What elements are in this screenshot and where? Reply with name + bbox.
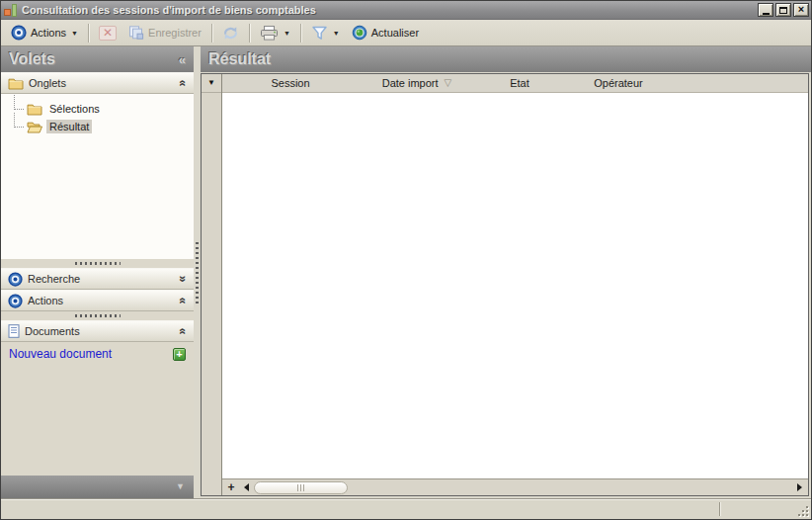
bullseye-icon [8, 272, 23, 287]
save-icon [128, 26, 144, 40]
horizontal-splitter[interactable] [1, 311, 194, 320]
sidebar-title: Volets [9, 50, 55, 68]
row-indicator-column: ▼ [202, 74, 222, 495]
close-icon: × [798, 4, 804, 15]
status-cell-right [720, 499, 811, 519]
section-label-actions: Actions [28, 295, 63, 306]
app-icon-green-bar [12, 4, 17, 17]
section-label-documents: Documents [25, 325, 80, 337]
main-panel-header: Résultat [201, 46, 811, 72]
horizontal-scrollbar-thumb[interactable] [254, 481, 348, 494]
chevron-down-icon: ▼ [284, 30, 290, 37]
horizontal-scrollbar-track[interactable] [348, 481, 792, 494]
column-label: Etat [510, 77, 529, 89]
folder-open-icon [27, 121, 42, 133]
delete-button[interactable]: ✕ [93, 23, 122, 43]
sidebar-empty-area [1, 366, 194, 476]
printer-icon [260, 26, 279, 41]
resize-grip[interactable] [806, 514, 808, 516]
column-header-etat[interactable]: Etat [475, 74, 564, 92]
minimize-button[interactable] [758, 3, 773, 17]
toolbar: Actions ▼ ✕ Enregistrer [1, 20, 811, 46]
status-cell-left [1, 499, 719, 519]
column-label: Date import [382, 77, 439, 89]
results-grid: ▼ Session Date import ▽ Etat [201, 73, 809, 496]
documents-panel: Nouveau document + [1, 342, 194, 366]
title-bar[interactable]: Consultation des sessions d'import de bi… [1, 1, 811, 20]
bullseye-icon [8, 294, 23, 308]
window-title: Consultation des sessions d'import de bi… [22, 4, 758, 16]
grid-selector-button[interactable]: ▼ [202, 74, 221, 93]
horizontal-splitter[interactable] [1, 259, 194, 268]
splitter-grip-icon [196, 242, 199, 303]
tree-item-resultat[interactable]: Résultat [1, 118, 194, 135]
sync-button[interactable] [216, 23, 245, 43]
chevron-double-up-icon[interactable]: « [178, 298, 190, 304]
thumb-grip-icon [300, 484, 301, 491]
minimize-icon [763, 13, 770, 15]
sync-icon [222, 26, 239, 41]
app-icon [4, 4, 18, 17]
section-header-documents[interactable]: Documents « [1, 320, 194, 342]
tree-item-label: Résultat [46, 120, 92, 133]
main-panel-title: Résultat [208, 50, 271, 68]
grid-body-empty[interactable] [222, 93, 808, 478]
folder-icon [8, 77, 24, 90]
scroll-right-button[interactable] [792, 480, 807, 494]
chevron-double-up-icon[interactable]: « [178, 328, 190, 335]
section-header-onglets[interactable]: Onglets « [1, 72, 194, 94]
section-label-onglets: Onglets [29, 77, 66, 89]
column-label: Session [271, 77, 309, 89]
main-panel: Résultat ▼ Session Date import ▽ [201, 46, 811, 498]
actions-menu-button[interactable]: Actions ▼ [5, 22, 84, 43]
toolbar-separator [300, 24, 301, 43]
vertical-splitter[interactable] [194, 46, 201, 498]
column-label: Opérateur [594, 77, 643, 89]
splitter-grip-icon [75, 262, 121, 265]
tree-item-selections[interactable]: Sélections [1, 100, 194, 118]
delete-icon: ✕ [99, 26, 117, 41]
footer-dropdown-arrow-icon[interactable]: ▼ [176, 482, 185, 491]
section-header-actions[interactable]: Actions « [1, 290, 194, 311]
chevron-double-up-icon[interactable]: « [178, 80, 190, 87]
content-area: Volets « Onglets « Sélections [1, 46, 811, 498]
maximize-button[interactable] [775, 3, 791, 17]
triangle-left-icon [244, 483, 249, 491]
thumb-grip-icon [303, 484, 304, 491]
new-document-link[interactable]: Nouveau document [9, 347, 112, 361]
filter-funnel-icon [311, 26, 328, 41]
filter-button[interactable]: ▼ [305, 23, 346, 43]
triangle-right-icon [797, 483, 802, 491]
app-icon-orange-square [4, 9, 11, 16]
print-button[interactable]: ▼ [254, 23, 296, 43]
app-window: Consultation des sessions d'import de bi… [0, 0, 812, 520]
column-header-date-import[interactable]: Date import ▽ [359, 74, 475, 92]
bullseye-icon [11, 25, 27, 41]
add-document-button[interactable]: + [173, 348, 186, 361]
chevron-double-down-icon[interactable]: » [178, 276, 190, 283]
splitter-grip-icon [75, 314, 121, 317]
sidebar-footer-bar: ▼ [1, 476, 194, 498]
toolbar-separator [249, 24, 250, 43]
folder-closed-icon [27, 103, 42, 116]
refresh-label: Actualiser [371, 27, 419, 39]
column-header-session[interactable]: Session [222, 74, 359, 92]
grid-bottom-bar: + [222, 478, 808, 495]
toolbar-separator [88, 24, 89, 43]
refresh-button[interactable]: Actualiser [346, 22, 425, 43]
add-row-button[interactable]: + [223, 480, 239, 495]
column-header-operateur[interactable]: Opérateur [564, 74, 673, 92]
collapse-sidebar-button[interactable]: « [179, 53, 186, 66]
row-selector-icon: ▼ [207, 79, 215, 87]
tree-item-label: Sélections [46, 102, 103, 116]
refresh-icon [352, 25, 367, 41]
scroll-left-button[interactable] [239, 480, 254, 494]
status-bar [1, 498, 811, 519]
save-label: Enregistrer [148, 27, 202, 39]
toolbar-separator [211, 24, 212, 43]
save-button[interactable]: Enregistrer [122, 23, 207, 43]
close-button[interactable]: × [793, 3, 809, 17]
section-header-recherche[interactable]: Recherche » [1, 268, 194, 290]
onglets-tree: Sélections Résultat [1, 94, 194, 259]
sidebar-volets: Volets « Onglets « Sélections [1, 46, 194, 498]
